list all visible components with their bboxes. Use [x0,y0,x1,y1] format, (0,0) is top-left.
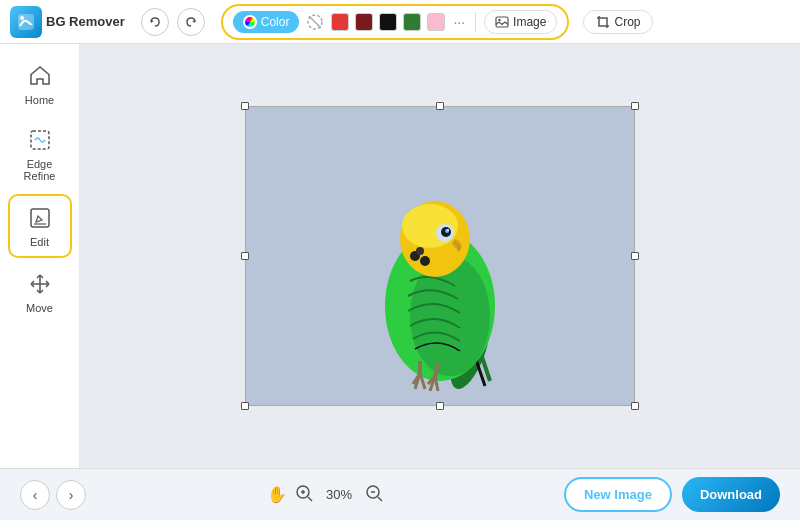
home-icon [26,62,54,90]
nav-arrows: ‹ › [20,480,86,510]
sidebar: Home Edge Refine Edit [0,44,80,468]
undo-button[interactable] [141,8,169,36]
svg-point-1 [20,16,24,20]
redo-button[interactable] [177,8,205,36]
next-button[interactable]: › [56,480,86,510]
handle-bottom-right[interactable] [631,402,639,410]
toolbar-pill: Color ··· Image [221,4,570,40]
crop-button[interactable]: Crop [583,10,653,34]
handle-middle-left[interactable] [241,252,249,260]
sidebar-item-edge-refine[interactable]: Edge Refine [8,118,72,190]
svg-line-31 [378,497,382,501]
color-swatch-black[interactable] [379,13,397,31]
sidebar-edit-label: Edit [30,236,49,248]
color-swatch-red[interactable] [331,13,349,31]
handle-top-right[interactable] [631,102,639,110]
canvas-area [80,44,800,468]
edit-icon [26,204,54,232]
sidebar-item-edit[interactable]: Edit [8,194,72,258]
header: BG Remover Color ··· [0,0,800,44]
download-button[interactable]: Download [682,477,780,512]
zoom-out-icon[interactable] [365,484,383,506]
image-tool-button[interactable]: Image [484,10,557,34]
svg-point-22 [447,229,449,231]
transparent-icon[interactable] [305,12,325,32]
sidebar-move-label: Move [26,302,53,314]
logo-text: BG Remover [46,14,125,29]
svg-point-17 [420,256,430,266]
edge-refine-icon [26,126,54,154]
handle-middle-right[interactable] [631,252,639,260]
svg-point-18 [416,247,424,255]
more-colors-button[interactable]: ··· [451,14,467,30]
color-swatch-pink[interactable] [427,13,445,31]
svg-rect-0 [18,14,34,30]
image-icon [495,15,509,29]
color-tool-button[interactable]: Color [233,11,300,33]
action-buttons: New Image Download [564,477,780,512]
sidebar-item-move[interactable]: Move [8,262,72,322]
zoom-in-icon[interactable] [295,484,313,506]
handle-bottom-left[interactable] [241,402,249,410]
sidebar-edge-refine-label: Edge Refine [14,158,66,182]
zoom-percentage: 30% [321,487,357,502]
sidebar-item-home[interactable]: Home [8,54,72,114]
sidebar-home-label: Home [25,94,54,106]
color-wheel-icon [243,15,257,29]
handle-bottom-middle[interactable] [436,402,444,410]
new-image-button[interactable]: New Image [564,477,672,512]
color-swatch-green[interactable] [403,13,421,31]
svg-rect-4 [496,17,508,27]
svg-point-5 [498,18,500,20]
logo-icon [10,6,42,38]
zoom-controls: ✋ 30% [267,484,383,506]
handle-top-left[interactable] [241,102,249,110]
logo-area: BG Remover [10,6,125,38]
handle-top-middle[interactable] [436,102,444,110]
divider [475,12,476,32]
prev-button[interactable]: ‹ [20,480,50,510]
pan-icon[interactable]: ✋ [267,485,287,504]
color-swatch-dark-red[interactable] [355,13,373,31]
crop-icon [596,15,610,29]
main-area: Home Edge Refine Edit [0,44,800,468]
move-icon [26,270,54,298]
svg-line-3 [309,16,321,28]
svg-line-28 [308,497,312,501]
bird-image [255,116,625,396]
image-container[interactable] [245,106,635,406]
bottom-bar: ‹ › ✋ 30% New Image Download [0,468,800,520]
